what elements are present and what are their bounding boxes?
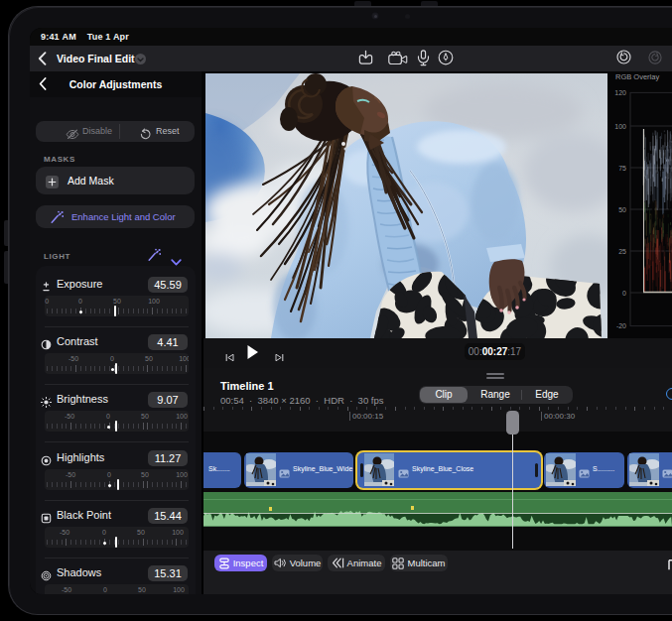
svg-text:120: 120: [614, 89, 626, 96]
svg-text:100: 100: [614, 123, 626, 130]
svg-text:-20: -20: [616, 322, 626, 329]
svg-text:25: 25: [618, 248, 626, 255]
svg-text:75: 75: [618, 165, 626, 172]
svg-text:0: 0: [622, 290, 626, 297]
svg-text:RGB Overlay: RGB Overlay: [615, 72, 659, 81]
svg-text:50: 50: [618, 206, 626, 213]
